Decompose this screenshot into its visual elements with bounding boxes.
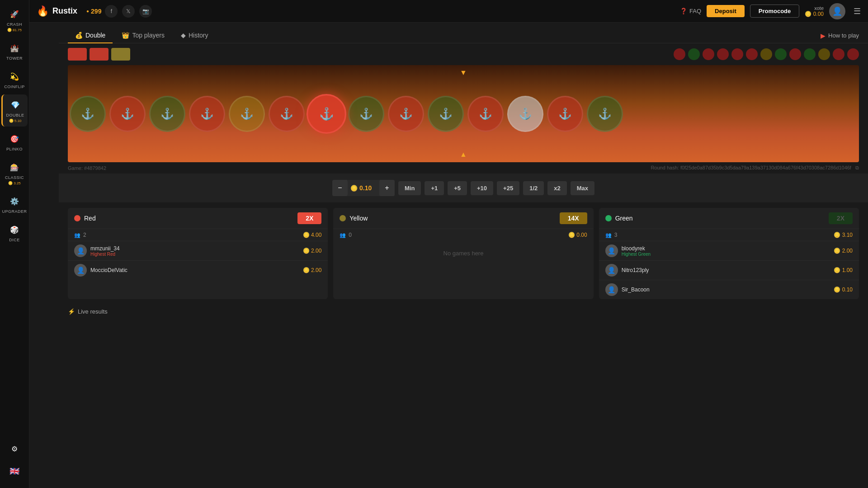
user-balance-display: xote 🪙 0.00 bbox=[805, 5, 824, 17]
sidebar-double-badge: 🪙 5.10 bbox=[9, 119, 22, 123]
sidebar-item-plinko[interactable]: 🎯 PLINKO bbox=[1, 128, 28, 155]
user-avatar[interactable]: 👤 bbox=[829, 3, 845, 19]
red-player-1: 👤 mmzunii_34 Highest Red 🪙 2.00 bbox=[68, 241, 328, 260]
twitter-link[interactable]: 𝕏 bbox=[122, 5, 135, 18]
promocode-button[interactable]: Promocode bbox=[750, 5, 800, 18]
result-circle-1 bbox=[674, 48, 685, 60]
spinner-item-5: ⚓ bbox=[269, 96, 305, 132]
bet-increase-button[interactable]: + bbox=[379, 180, 395, 196]
yellow-count-icon: 👥 bbox=[340, 232, 346, 238]
red-player-1-left: 👤 mmzunii_34 Highest Red bbox=[74, 244, 120, 257]
green-p1-sublabel: Highest Green bbox=[622, 252, 651, 257]
bet-plus5-button[interactable]: +5 bbox=[448, 181, 467, 195]
hamburger-menu[interactable]: ☰ bbox=[854, 6, 861, 16]
sidebar-upgrader-label: UPGRADER bbox=[2, 209, 27, 214]
sidebar-classic-badge: 🪙 3.25 bbox=[8, 181, 21, 185]
recent-results-row bbox=[59, 43, 868, 65]
bet-coin-icon: 🪙 bbox=[350, 185, 358, 192]
yellow-panel: Yellow 14X 👥 0 🪙 0.00 No games here bbox=[333, 208, 593, 299]
yellow-multiplier[interactable]: 14X bbox=[560, 212, 587, 224]
sidebar-item-tower[interactable]: 🏰 TOWER bbox=[1, 38, 28, 64]
sidebar-crash-label: CRASH bbox=[7, 22, 22, 27]
result-circle-2 bbox=[688, 48, 700, 60]
yellow-panel-name: Yellow bbox=[349, 215, 368, 222]
red-panel-name: Red bbox=[84, 215, 96, 222]
bet-amount-value: 0.10 bbox=[359, 184, 372, 192]
bet-min-button[interactable]: Min bbox=[398, 181, 421, 195]
sidebar-item-upgrader[interactable]: ⚙️ UPGRADER bbox=[1, 191, 28, 217]
facebook-link[interactable]: f bbox=[105, 5, 118, 18]
deposit-button[interactable]: Deposit bbox=[707, 5, 745, 17]
red-p2-amount: 🪙 2.00 bbox=[303, 267, 322, 273]
red-player-2: 👤 MoccioDelVatic 🪙 2.00 bbox=[68, 260, 328, 280]
how-to-play-button[interactable]: ▶ How to play bbox=[821, 32, 859, 39]
game-id: #4879842 bbox=[84, 165, 106, 171]
sidebar-tower-label: TOWER bbox=[6, 56, 23, 61]
page-tabs: 💰 Double 👑 Top players ◆ History ▶ How t… bbox=[59, 23, 868, 43]
red-p2-avatar: 👤 bbox=[74, 264, 87, 277]
sidebar-dice-label: DICE bbox=[9, 238, 20, 242]
red-stats-row: 👥 2 🪙 4.00 bbox=[68, 229, 328, 241]
result-circle-12 bbox=[833, 48, 844, 60]
faq-icon: ❓ bbox=[680, 8, 687, 14]
dice-icon: 🎲 bbox=[8, 223, 21, 236]
sidebar-coinflip-label: COINFLIP bbox=[4, 84, 25, 89]
user-name: xote bbox=[814, 5, 824, 11]
result-circle-10 bbox=[804, 48, 816, 60]
faq-button[interactable]: ❓ FAQ bbox=[680, 8, 701, 14]
yellow-player-count: 👥 0 bbox=[340, 232, 352, 238]
yellow-no-games: No games here bbox=[333, 241, 593, 266]
faq-label: FAQ bbox=[689, 8, 701, 14]
tab-top-players[interactable]: 👑 Top players bbox=[114, 28, 172, 43]
sidebar-item-coinflip[interactable]: 💫 COINFLIP bbox=[1, 66, 28, 93]
red-panel: Red 2X 👥 2 🪙 4.00 👤 mmzunii_34 Highest R… bbox=[68, 208, 328, 299]
bet-plus10-button[interactable]: +10 bbox=[471, 181, 493, 195]
sidebar-language[interactable]: 🇬🇧 bbox=[1, 463, 28, 480]
bet-amount-control: − 🪙 0.10 + bbox=[332, 180, 395, 196]
bet-decrease-button[interactable]: − bbox=[332, 180, 348, 196]
bet-amount-input[interactable]: 🪙 0.10 bbox=[348, 184, 379, 192]
green-p2-name: Nitro123ply bbox=[622, 267, 649, 273]
tab-double[interactable]: 💰 Double bbox=[68, 28, 113, 43]
topnav-right: ❓ FAQ Deposit Promocode xote 🪙 0.00 👤 ☰ bbox=[680, 3, 861, 19]
copy-hash-button[interactable]: ⧉ bbox=[855, 165, 859, 170]
how-to-play-icon: ▶ bbox=[821, 32, 826, 39]
user-coins: 🪙 0.00 bbox=[805, 11, 824, 17]
spinner-item-10: ⚓ bbox=[507, 96, 543, 132]
app-name: Rustix bbox=[52, 6, 77, 16]
green-p3-amount: 🪙 0.10 bbox=[834, 286, 853, 293]
bet-double-button[interactable]: x2 bbox=[547, 181, 566, 195]
sidebar-item-crash[interactable]: 🚀 CRASH 🪙 81.75 bbox=[1, 4, 28, 36]
sidebar-item-classic[interactable]: 🎰 CLASSIC 🪙 3.25 bbox=[1, 157, 28, 189]
social-links: f 𝕏 📷 bbox=[105, 5, 152, 18]
sidebar-classic-label: CLASSIC bbox=[5, 175, 24, 180]
spinner-item-4: ⚓ bbox=[229, 96, 265, 132]
upgrader-icon: ⚙️ bbox=[8, 194, 21, 208]
sidebar-double-label: DOUBLE bbox=[6, 113, 24, 117]
spinner-item-2: ⚓ bbox=[149, 96, 185, 132]
sidebar-item-double[interactable]: 💎 DOUBLE 🪙 5.10 bbox=[1, 94, 28, 127]
crash-icon: 🚀 bbox=[8, 7, 21, 21]
red-player-count: 👥 2 bbox=[74, 232, 86, 238]
green-multiplier[interactable]: 2X bbox=[829, 212, 853, 224]
yellow-dot bbox=[340, 215, 346, 221]
result-circle-13 bbox=[847, 48, 859, 60]
instagram-link[interactable]: 📷 bbox=[139, 5, 152, 18]
bet-half-button[interactable]: 1/2 bbox=[523, 181, 544, 195]
sidebar-item-dice[interactable]: 🎲 DICE bbox=[1, 219, 28, 246]
red-p1-name: mmzunii_34 bbox=[90, 245, 120, 252]
game-id-label: Game: #4879842 bbox=[68, 165, 106, 171]
spinner-item-6: ⚓ bbox=[348, 96, 384, 132]
tab-history[interactable]: ◆ History bbox=[174, 28, 216, 43]
result-pill-2 bbox=[90, 48, 108, 61]
red-multiplier[interactable]: 2X bbox=[297, 212, 321, 224]
green-p1-info: bloodyrek Highest Green bbox=[622, 245, 651, 257]
red-p2-info: MoccioDelVatic bbox=[90, 267, 127, 273]
nav-points: 299 bbox=[91, 8, 101, 15]
bet-max-button[interactable]: Max bbox=[571, 181, 594, 195]
red-p1-sublabel: Highest Red bbox=[90, 252, 120, 257]
bet-plus25-button[interactable]: +25 bbox=[497, 181, 519, 195]
sidebar-settings[interactable]: ⚙ bbox=[1, 438, 28, 459]
bet-plus1-button[interactable]: +1 bbox=[425, 181, 444, 195]
game-animation-area: ▼ ⚓ ⚓ ⚓ ⚓ ⚓ ⚓ ⚓ ⚓ ⚓ ⚓ ⚓ ⚓ ⚓ ⚓ ▲ bbox=[68, 65, 859, 162]
